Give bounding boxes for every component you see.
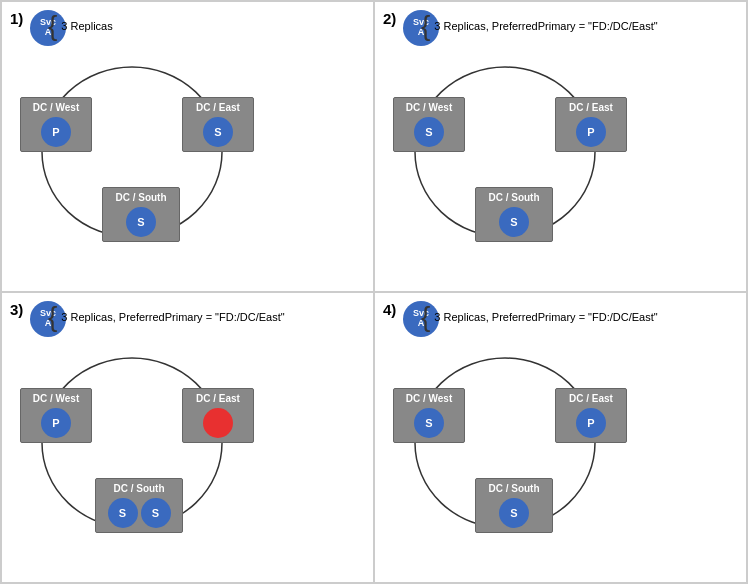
q3-south-reps: S S — [108, 498, 171, 528]
q3-south-rep1: S — [108, 498, 138, 528]
q1-west-rep: P — [41, 117, 71, 147]
q4-label: 4) — [383, 301, 396, 318]
q3-east-rep — [203, 408, 233, 438]
q4-dc-east: DC / East P — [555, 388, 627, 443]
q4-dc-south: DC / South S — [475, 478, 553, 533]
q2-label: 2) — [383, 10, 396, 27]
q4-dc-west: DC / West S — [393, 388, 465, 443]
main-grid: 1) Svc A { 3 Replicas DC / West P DC / E… — [0, 0, 748, 584]
q4-west-rep: S — [414, 408, 444, 438]
q3-west-rep: P — [41, 408, 71, 438]
q1-dc-east: DC / East S — [182, 97, 254, 152]
q1-dc-south: DC / South S — [102, 187, 180, 242]
q1-desc: { 3 Replicas — [48, 12, 113, 40]
quadrant-1: 1) Svc A { 3 Replicas DC / West P DC / E… — [1, 1, 374, 292]
q4-desc: { 3 Replicas, PreferredPrimary = "FD:/DC… — [421, 303, 658, 331]
q1-label: 1) — [10, 10, 23, 27]
q3-label: 3) — [10, 301, 23, 318]
quadrant-3: 3) Svc A { 3 Replicas, PreferredPrimary … — [1, 292, 374, 583]
q2-dc-south: DC / South S — [475, 187, 553, 242]
q2-south-rep: S — [499, 207, 529, 237]
q1-south-rep: S — [126, 207, 156, 237]
q4-east-rep: P — [576, 408, 606, 438]
q4-south-rep: S — [499, 498, 529, 528]
q1-dc-west: DC / West P — [20, 97, 92, 152]
q1-east-rep: S — [203, 117, 233, 147]
q3-dc-south: DC / South S S — [95, 478, 183, 533]
quadrant-2: 2) Svc A { 3 Replicas, PreferredPrimary … — [374, 1, 747, 292]
q2-dc-west: DC / West S — [393, 97, 465, 152]
q3-dc-west: DC / West P — [20, 388, 92, 443]
q2-west-rep: S — [414, 117, 444, 147]
quadrant-4: 4) Svc A { 3 Replicas, PreferredPrimary … — [374, 292, 747, 583]
q2-desc: { 3 Replicas, PreferredPrimary = "FD:/DC… — [421, 12, 658, 40]
q3-dc-east: DC / East — [182, 388, 254, 443]
q2-east-rep: P — [576, 117, 606, 147]
q3-south-rep2: S — [141, 498, 171, 528]
q3-desc: { 3 Replicas, PreferredPrimary = "FD:/DC… — [48, 303, 285, 331]
q2-dc-east: DC / East P — [555, 97, 627, 152]
